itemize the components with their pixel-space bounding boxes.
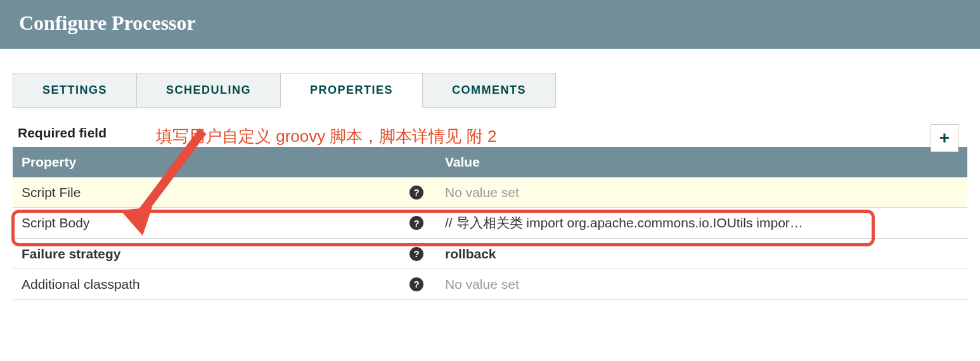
property-name: Additional classpath	[22, 277, 140, 292]
help-icon[interactable]: ?	[409, 277, 423, 291]
property-value-cell[interactable]: No value set	[436, 270, 885, 298]
table-row[interactable]: Script File ? No value set	[13, 177, 967, 208]
help-icon[interactable]: ?	[409, 216, 423, 230]
table-row[interactable]: Failure strategy ? rollback	[13, 239, 967, 269]
property-actions	[885, 186, 967, 199]
plus-icon: +	[939, 128, 950, 148]
tab-comments[interactable]: COMMENTS	[422, 73, 556, 108]
property-value-cell[interactable]: No value set	[436, 179, 885, 206]
col-header-value: Value	[436, 147, 885, 177]
property-actions	[885, 217, 967, 229]
property-name: Script Body	[22, 215, 89, 231]
property-actions	[885, 248, 967, 260]
add-property-button[interactable]: +	[931, 124, 958, 152]
property-value: No value set	[445, 277, 519, 292]
dialog-content: SETTINGS SCHEDULING PROPERTIES COMMENTS …	[0, 49, 980, 300]
required-field-row: Required field 填写用户自定义 groovy 脚本，脚本详情见 附…	[13, 125, 967, 141]
tab-settings[interactable]: SETTINGS	[13, 73, 137, 108]
help-icon[interactable]: ?	[409, 186, 423, 200]
table-header: Property Value	[13, 147, 967, 177]
col-header-property: Property	[13, 147, 436, 177]
tabs: SETTINGS SCHEDULING PROPERTIES COMMENTS	[13, 73, 967, 108]
table-row[interactable]: Additional classpath ? No value set	[13, 269, 967, 300]
table-row[interactable]: Script Body ? // 导入相关类 import org.apache…	[13, 208, 967, 239]
dialog-header: Configure Processor	[0, 0, 980, 49]
tab-scheduling[interactable]: SCHEDULING	[136, 73, 281, 108]
dialog-title: Configure Processor	[19, 11, 961, 35]
property-value-cell[interactable]: rollback	[436, 240, 885, 268]
required-field-label: Required field	[18, 125, 106, 141]
help-icon[interactable]: ?	[409, 247, 423, 261]
property-value: // 导入相关类 import org.apache.commons.io.IO…	[445, 214, 803, 232]
property-name: Failure strategy	[22, 246, 120, 262]
property-value: No value set	[445, 185, 519, 200]
property-value-cell[interactable]: // 导入相关类 import org.apache.commons.io.IO…	[436, 208, 885, 238]
property-name: Script File	[22, 185, 81, 200]
tab-properties[interactable]: PROPERTIES	[280, 73, 423, 108]
annotation-text: 填写用户自定义 groovy 脚本，脚本详情见 附 2	[156, 125, 496, 148]
properties-table: Property Value Script File ? No value se…	[13, 147, 967, 300]
property-value: rollback	[445, 246, 496, 262]
property-actions	[885, 278, 967, 291]
